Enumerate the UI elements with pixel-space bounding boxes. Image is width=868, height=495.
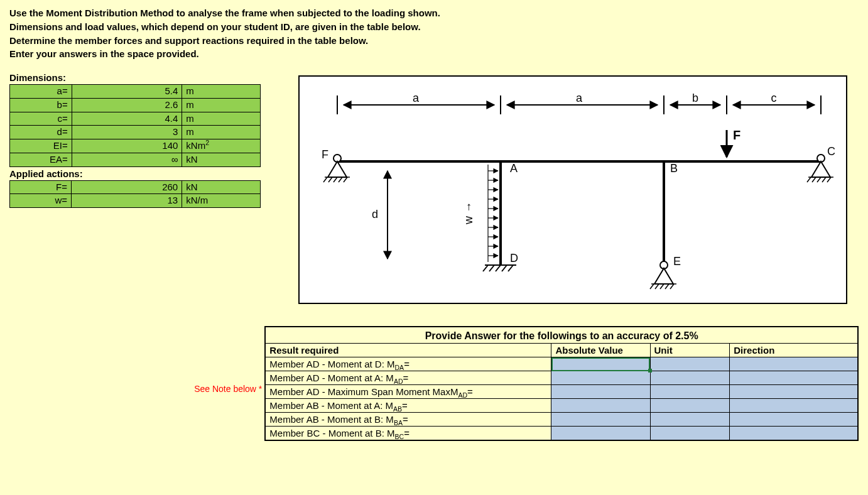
- svg-line-22: [807, 177, 811, 182]
- direction-input[interactable]: [730, 357, 858, 371]
- unit-input[interactable]: [650, 413, 730, 427]
- svg-line-24: [817, 177, 821, 182]
- table-row: Member AD - Maximum Span Moment MaxMAD=: [265, 385, 858, 399]
- svg-line-39: [670, 284, 674, 289]
- unit-input[interactable]: [650, 399, 730, 413]
- svg-line-16: [328, 177, 332, 182]
- svg-line-18: [339, 177, 342, 182]
- direction-input[interactable]: [730, 385, 858, 399]
- frame-diagram: a a b c d F: [298, 75, 847, 304]
- dim-c-label: c: [771, 92, 777, 104]
- absolute-value-input[interactable]: [551, 385, 650, 399]
- pin-support-c-icon: [807, 155, 833, 182]
- svg-line-17: [334, 177, 337, 182]
- dim-a-label: a: [413, 92, 420, 104]
- dimensions-heading: Dimensions:: [9, 72, 261, 83]
- table-row: EI=140kNm2: [10, 139, 261, 153]
- absolute-value-input[interactable]: [551, 399, 650, 413]
- dim-a-label: a: [576, 92, 583, 104]
- result-label: Member AB - Moment at A: MAB=: [265, 399, 551, 413]
- actions-table: F=260kN w=13kN/m: [9, 180, 261, 209]
- result-label: Member AB - Moment at B: MBA=: [265, 413, 551, 427]
- node-b-label: B: [670, 162, 678, 175]
- intro-line-1: Use the Moment Distribution Method to an…: [9, 8, 440, 18]
- svg-line-35: [650, 284, 654, 289]
- node-f-label: F: [322, 148, 328, 161]
- svg-line-23: [812, 177, 816, 182]
- table-row: Member AB - Moment at A: MAB=: [265, 399, 858, 413]
- svg-line-36: [655, 284, 659, 289]
- fixed-support-d-icon: [483, 265, 516, 271]
- intro-line-4: Enter your answers in the space provided…: [9, 48, 199, 59]
- col-absolute-value: Absolute Value: [551, 344, 650, 357]
- svg-line-25: [822, 177, 826, 182]
- svg-line-38: [665, 284, 669, 289]
- unit-input[interactable]: [650, 371, 730, 385]
- intro-line-2: Dimensions and load values, which depend…: [9, 21, 421, 32]
- absolute-value-input[interactable]: [551, 427, 650, 441]
- table-row: w=13kN/m: [10, 194, 261, 208]
- dim-d-label: d: [372, 208, 378, 220]
- udl-w-icon: [488, 165, 498, 262]
- direction-input[interactable]: [730, 371, 858, 385]
- dim-b-label: b: [692, 92, 698, 104]
- col-result-required: Result required: [265, 344, 551, 357]
- absolute-value-input[interactable]: [551, 413, 650, 427]
- absolute-value-input[interactable]: [551, 371, 650, 385]
- table-row: EA=∞kN: [10, 153, 261, 166]
- node-a-label: A: [510, 162, 518, 175]
- svg-line-32: [508, 265, 513, 271]
- table-row: b=2.6m: [10, 98, 261, 112]
- table-row: Member AD - Moment at A: MAD=: [265, 371, 858, 385]
- udl-w-label: w →: [462, 202, 475, 225]
- result-label: Member BC - Moment at B: MBC=: [265, 427, 551, 441]
- result-label: Member AD - Moment at D: MDA=: [265, 357, 551, 371]
- actions-heading: Applied actions:: [9, 168, 261, 179]
- svg-line-30: [496, 265, 501, 271]
- pin-support-e-icon: [650, 261, 676, 289]
- direction-input[interactable]: [730, 413, 858, 427]
- answer-table: Provide Answer for the followings to an …: [264, 326, 859, 441]
- svg-text:F: F: [733, 128, 741, 142]
- table-row: c=4.4m: [10, 112, 261, 126]
- absolute-value-input[interactable]: [551, 357, 650, 371]
- node-d-label: D: [510, 252, 518, 264]
- svg-line-26: [827, 177, 831, 182]
- table-row: a=5.4m: [10, 85, 261, 99]
- direction-input[interactable]: [730, 399, 858, 413]
- table-row: Member BC - Moment at B: MBC=: [265, 427, 858, 441]
- unit-input[interactable]: [650, 385, 730, 399]
- direction-input[interactable]: [730, 427, 858, 441]
- node-e-label: E: [673, 255, 681, 268]
- force-f-icon: F: [727, 128, 741, 157]
- svg-line-29: [489, 265, 494, 271]
- table-row: Member AD - Moment at D: MDA=: [265, 357, 858, 371]
- intro-line-3: Determine the member forces and support …: [9, 35, 368, 46]
- result-label: Member AD - Moment at A: MAD=: [265, 371, 551, 385]
- svg-line-28: [483, 265, 488, 271]
- col-unit: Unit: [650, 344, 730, 357]
- unit-input[interactable]: [650, 357, 730, 371]
- node-c-label: C: [827, 145, 835, 158]
- svg-line-19: [344, 177, 347, 182]
- table-row: Member AB - Moment at B: MBA=: [265, 413, 858, 427]
- answer-title: Provide Answer for the followings to an …: [265, 327, 858, 344]
- col-direction: Direction: [730, 344, 858, 357]
- problem-statement: Use the Moment Distribution Method to an…: [9, 6, 859, 61]
- result-label: Member AD - Maximum Span Moment MaxMAD=: [265, 385, 551, 399]
- svg-line-31: [502, 265, 507, 271]
- table-row: F=260kN: [10, 180, 261, 194]
- svg-line-37: [660, 284, 664, 289]
- svg-line-15: [323, 177, 327, 182]
- unit-input[interactable]: [650, 427, 730, 441]
- see-note-label: See Note below *: [9, 326, 264, 394]
- table-row: d=3m: [10, 126, 261, 139]
- dimensions-table: a=5.4m b=2.6m c=4.4m d=3m EI=140kNm2 EA=…: [9, 84, 261, 167]
